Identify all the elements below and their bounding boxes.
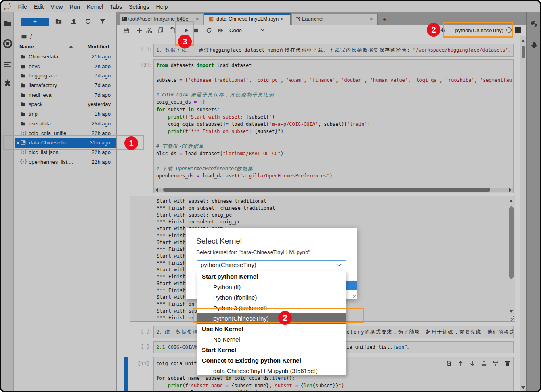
jupyterlab-window: FileEditViewRunKernelTabsSettingsHelp + … bbox=[0, 0, 541, 392]
dialog-label: Select kernel for: "data-ChineseTinyLLM.… bbox=[196, 249, 310, 255]
dialog-title: Select Kernel bbox=[196, 237, 242, 246]
annotation-box-1 bbox=[3, 135, 144, 150]
chevron-down-icon bbox=[337, 263, 342, 267]
kernel-select-dropdown[interactable]: python(ChineseTiny) bbox=[197, 260, 346, 269]
annotation-badge-1: 1 bbox=[124, 136, 138, 150]
kernel-option[interactable]: Use No Kernel bbox=[197, 324, 346, 334]
kernel-option[interactable]: Connect to Existing python Kernel bbox=[197, 355, 346, 366]
annotation-badge-2b: 2 bbox=[278, 311, 292, 325]
kernel-select-value: python(ChineseTiny) bbox=[201, 261, 256, 268]
annotation-box-2-kernel-indicator bbox=[443, 22, 513, 38]
kernel-option[interactable]: No Kernel bbox=[197, 334, 346, 345]
kernel-option[interactable]: Python (lfonline) bbox=[197, 292, 346, 303]
annotation-badge-2: 2 bbox=[427, 23, 440, 37]
annotation-badge-3: 3 bbox=[178, 35, 192, 48]
kernel-option[interactable]: Python (lf) bbox=[197, 282, 346, 292]
kernel-option[interactable]: data-ChineseTinyLLM.ipynb (3f5615ef) bbox=[197, 366, 346, 376]
kernel-option[interactable]: Start Kernel bbox=[197, 345, 346, 355]
kernel-option[interactable]: Start python Kernel bbox=[197, 271, 346, 282]
dialog-resize-handle[interactable] bbox=[352, 294, 356, 298]
